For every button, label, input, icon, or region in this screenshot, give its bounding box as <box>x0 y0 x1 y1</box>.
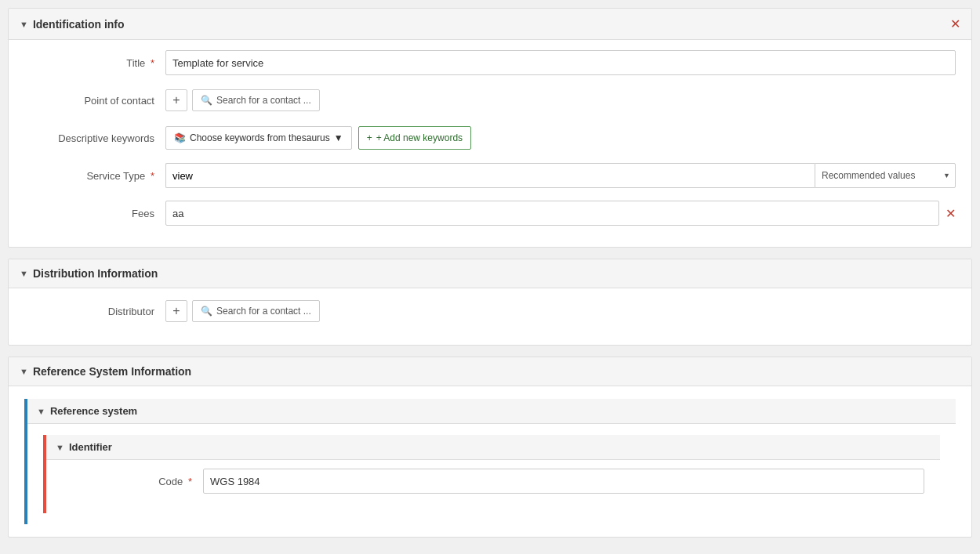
code-input[interactable] <box>203 469 924 494</box>
identification-info-header: ▼ Identification info ✕ <box>9 9 971 40</box>
distribution-information-body: Distributor + 🔍 Search for a contact ... <box>9 288 971 345</box>
reference-system-container: ▼ Reference system ▼ Identifier <box>24 399 956 524</box>
add-new-keywords-button[interactable]: + + Add new keywords <box>358 126 471 150</box>
point-of-contact-add-button[interactable]: + <box>165 89 187 111</box>
book-icon: 📚 <box>174 132 186 143</box>
identifier-body: Code * <box>46 460 940 513</box>
recommended-values-wrapper: Recommended values <box>815 163 956 188</box>
reference-system-title: Reference system <box>50 405 137 417</box>
identification-info-section: ▼ Identification info ✕ Title * Point of… <box>8 8 972 248</box>
fees-input-group: ✕ <box>165 201 956 226</box>
point-of-contact-row: Point of contact + 🔍 Search for a contac… <box>24 87 956 114</box>
distributor-add-button[interactable]: + <box>165 300 187 322</box>
distributor-search-button[interactable]: 🔍 Search for a contact ... <box>192 300 320 322</box>
title-input[interactable] <box>165 50 956 75</box>
descriptive-keywords-row: Descriptive keywords 📚 Choose keywords f… <box>24 125 956 151</box>
service-type-row: Service Type * Recommended values <box>24 162 956 189</box>
identifier-header: ▼ Identifier <box>46 435 940 460</box>
point-of-contact-search-button[interactable]: 🔍 Search for a contact ... <box>192 89 320 111</box>
distributor-group: + 🔍 Search for a contact ... <box>165 300 956 322</box>
distributor-search-icon: 🔍 <box>201 306 212 317</box>
title-required-star: * <box>151 57 154 69</box>
code-required-star: * <box>188 476 192 487</box>
distribution-information-title: Distribution Information <box>33 267 158 280</box>
descriptive-keywords-label: Descriptive keywords <box>24 132 165 144</box>
reference-system-information-chevron[interactable]: ▼ <box>20 367 28 376</box>
service-type-group: Recommended values <box>165 163 956 188</box>
fees-delete-icon[interactable]: ✕ <box>946 206 956 221</box>
search-icon: 🔍 <box>201 95 212 106</box>
reference-system-header: ▼ Reference system <box>27 399 956 424</box>
reference-system-chevron[interactable]: ▼ <box>37 407 45 416</box>
title-row: Title * <box>24 49 956 76</box>
choose-keywords-button[interactable]: 📚 Choose keywords from thesaurus ▼ <box>165 126 352 150</box>
service-type-required-star: * <box>151 170 154 182</box>
identifier-container: ▼ Identifier Code * <box>43 435 940 513</box>
reference-system-information-title: Reference System Information <box>33 365 191 378</box>
point-of-contact-label: Point of contact <box>24 95 165 107</box>
fees-input[interactable] <box>165 201 939 226</box>
code-label: Code * <box>62 476 203 487</box>
identification-info-chevron[interactable]: ▼ <box>20 20 28 29</box>
descriptive-keywords-group: 📚 Choose keywords from thesaurus ▼ + + A… <box>165 126 956 150</box>
identification-info-title: Identification info <box>33 18 125 31</box>
plus-icon: + <box>367 132 372 143</box>
reference-system-information-section: ▼ Reference System Information ▼ Referen… <box>8 357 972 538</box>
distribution-information-header: ▼ Distribution Information <box>9 259 971 288</box>
service-type-input[interactable] <box>165 163 815 188</box>
distribution-information-section: ▼ Distribution Information Distributor +… <box>8 259 972 346</box>
service-type-label: Service Type * <box>24 170 165 182</box>
code-row: Code * <box>62 468 924 494</box>
distribution-information-chevron[interactable]: ▼ <box>20 269 28 278</box>
reference-system-information-header: ▼ Reference System Information <box>9 357 971 386</box>
reference-system-information-body: ▼ Reference system ▼ Identifier <box>9 386 971 537</box>
identifier-chevron[interactable]: ▼ <box>56 443 64 452</box>
reference-system-body: ▼ Identifier Code * <box>27 424 956 524</box>
identifier-title: Identifier <box>69 441 112 453</box>
identification-info-body: Title * Point of contact + 🔍 Search for … <box>9 40 971 247</box>
keywords-dropdown-arrow: ▼ <box>334 132 343 143</box>
point-of-contact-group: + 🔍 Search for a contact ... <box>165 89 956 111</box>
fees-row: Fees ✕ <box>24 200 956 226</box>
fees-label: Fees <box>24 208 165 219</box>
title-label: Title * <box>24 57 165 69</box>
distributor-row: Distributor + 🔍 Search for a contact ... <box>24 298 956 324</box>
identification-info-close-icon[interactable]: ✕ <box>950 16 960 31</box>
recommended-values-select[interactable]: Recommended values <box>815 163 956 188</box>
distributor-label: Distributor <box>24 306 165 317</box>
